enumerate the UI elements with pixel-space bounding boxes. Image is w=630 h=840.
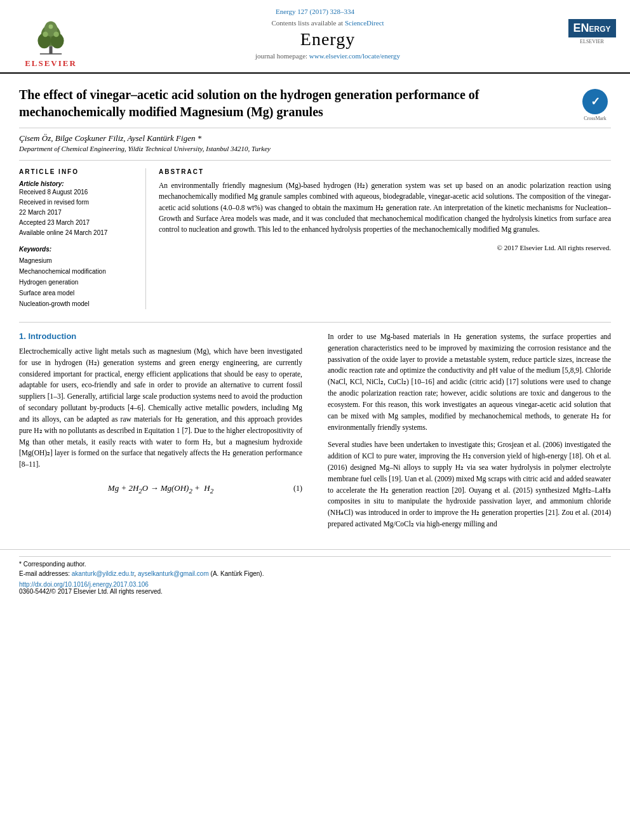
article-info-abstract: ARTICLE INFO Article history: Received 8… bbox=[19, 160, 611, 309]
affiliation: Department of Chemical Engineering, Yild… bbox=[19, 145, 611, 160]
equation-number: (1) bbox=[293, 484, 302, 493]
body-right-col: In order to use Mg-based materials in H₂… bbox=[321, 331, 611, 537]
svg-point-7 bbox=[53, 32, 59, 37]
journal-center: Contents lists available at ScienceDirec… bbox=[89, 17, 566, 62]
issn-line: 0360-5442/© 2017 Elsevier Ltd. All right… bbox=[19, 588, 611, 595]
body-left-col: 1. Introduction Electrochemically active… bbox=[19, 331, 309, 537]
article-title-section: The effect of vinegar–acetic acid soluti… bbox=[19, 74, 611, 128]
crossmark-icon: ✓ bbox=[582, 89, 608, 114]
available-date: Available online 24 March 2017 bbox=[19, 229, 107, 236]
keyword-item: Mechanochemical modification bbox=[19, 266, 139, 277]
equation-block: Mg + 2H2O → Mg(OH)2 + H2 (1) bbox=[19, 477, 302, 501]
accepted-date: Accepted 23 March 2017 bbox=[19, 219, 90, 226]
article-info-col: ARTICLE INFO Article history: Received 8… bbox=[19, 168, 146, 309]
intro-paragraph1: Electrochemically active light metals su… bbox=[19, 346, 302, 470]
keyword-item: Hydrogen generation bbox=[19, 277, 139, 288]
energy-logo-subtitle: ELSEVIER bbox=[580, 39, 604, 44]
received-date: Received 8 August 2016 bbox=[19, 189, 88, 196]
article-info-heading: ARTICLE INFO bbox=[19, 168, 139, 175]
journal-header: Energy 127 (2017) 328–334 bbox=[0, 0, 630, 74]
homepage-link[interactable]: www.elsevier.com/locate/energy bbox=[309, 52, 400, 60]
email2-suffix: (A. Kantürk Figen). bbox=[211, 570, 264, 577]
intro-heading: 1. Introduction bbox=[19, 331, 302, 341]
keyword-item: Magnesium bbox=[19, 255, 139, 266]
sciencedirect-prefix: Contents lists available at bbox=[271, 19, 344, 27]
doi-link[interactable]: http://dx.doi.org/10.1016/j.energy.2017.… bbox=[19, 581, 149, 588]
copyright: © 2017 Elsevier Ltd. All rights reserved… bbox=[159, 241, 611, 251]
svg-rect-1 bbox=[40, 53, 62, 55]
keyword-item: Surface area model bbox=[19, 288, 139, 298]
keywords-block: Keywords: MagnesiumMechanochemical modif… bbox=[19, 246, 139, 309]
article-history-block: Article history: Received 8 August 2016 … bbox=[19, 180, 139, 238]
svg-point-6 bbox=[43, 32, 48, 37]
email2-link[interactable]: ayselkanturk@gmail.com bbox=[138, 570, 209, 577]
received-revised-date: 22 March 2017 bbox=[19, 209, 62, 216]
authors: Çisem Öz, Bilge Coşkuner Filiz, Aysel Ka… bbox=[19, 133, 201, 143]
email-label: E-mail addresses: bbox=[19, 570, 72, 577]
footer-section: * Corresponding author. E-mail addresses… bbox=[0, 549, 630, 595]
doi-line: http://dx.doi.org/10.1016/j.energy.2017.… bbox=[19, 581, 611, 588]
keyword-item: Nucleation-growth model bbox=[19, 298, 139, 309]
received-revised-label: Received in revised form bbox=[19, 199, 89, 206]
corresponding-note: * Corresponding author. bbox=[19, 561, 611, 568]
article-history-label: Article history: bbox=[19, 180, 139, 187]
abstract-heading: ABSTRACT bbox=[159, 168, 611, 175]
abstract-text: An environmentally friendly magnesium (M… bbox=[159, 180, 611, 235]
keywords-label: Keywords: bbox=[19, 246, 139, 253]
email-line: E-mail addresses: akanturk@yildiz.edu.tr… bbox=[19, 570, 611, 577]
elsevier-brand: ELSEVIER bbox=[25, 58, 77, 69]
energy-logo-box: ENERGY bbox=[568, 19, 616, 37]
article-body: 1. Introduction Electrochemically active… bbox=[19, 322, 611, 537]
sciencedirect-link[interactable]: ScienceDirect bbox=[345, 19, 384, 27]
journal-title: Energy bbox=[102, 29, 554, 50]
right-paragraph1: In order to use Mg-based materials in H₂… bbox=[328, 331, 611, 433]
article-title-wrapper: The effect of vinegar–acetic acid soluti… bbox=[19, 86, 579, 121]
crossmark-label: CrossMark bbox=[584, 116, 607, 121]
abstract-col: ABSTRACT An environmentally friendly mag… bbox=[159, 168, 611, 309]
keywords-list: MagnesiumMechanochemical modificationHyd… bbox=[19, 255, 139, 309]
crossmark-badge: ✓ CrossMark bbox=[579, 86, 611, 121]
journal-logo-right: ENERGY ELSEVIER bbox=[566, 17, 617, 44]
email1-link[interactable]: akanturk@yildiz.edu.tr bbox=[72, 570, 135, 577]
right-paragraph2: Several studies have been undertaken to … bbox=[328, 439, 611, 530]
homepage-prefix: journal homepage: bbox=[255, 52, 309, 60]
svg-point-8 bbox=[49, 25, 53, 29]
authors-line: Çisem Öz, Bilge Coşkuner Filiz, Aysel Ka… bbox=[19, 128, 611, 145]
article-content: The effect of vinegar–acetic acid soluti… bbox=[0, 74, 630, 537]
article-dates: Received 8 August 2016 Received in revis… bbox=[19, 187, 139, 238]
article-title: The effect of vinegar–acetic acid soluti… bbox=[19, 86, 566, 121]
elsevier-logo: ELSEVIER bbox=[13, 17, 89, 69]
journal-ref: Energy 127 (2017) 328–334 bbox=[276, 8, 354, 15]
svg-rect-0 bbox=[49, 46, 52, 54]
equation-text: Mg + 2H2O → Mg(OH)2 + H2 bbox=[108, 483, 213, 495]
